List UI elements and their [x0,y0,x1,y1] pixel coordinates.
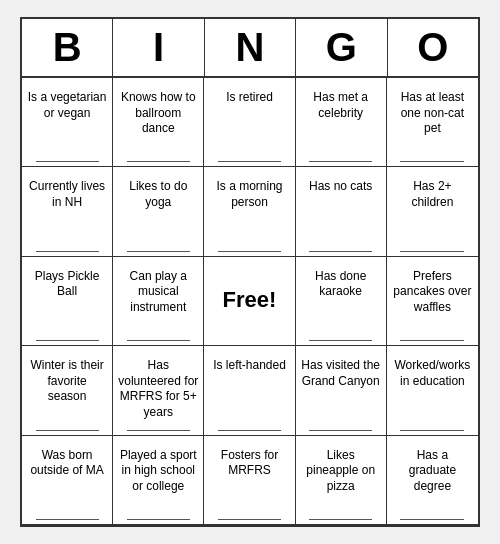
cell-text-9: Has 2+ children [392,179,473,210]
bingo-cell-12[interactable]: Free! [204,257,295,346]
cell-text-21: Played a sport in high school or college [118,448,198,495]
bingo-letter-o: O [388,19,478,78]
cell-text-18: Has visited the Grand Canyon [301,358,381,389]
cell-text-16: Has volunteered for MRFRS for 5+ years [118,358,198,420]
bingo-cell-9[interactable]: Has 2+ children [387,167,478,256]
bingo-letter-g: G [296,19,387,78]
cell-text-14: Prefers pancakes over waffles [392,269,473,316]
bingo-letter-n: N [205,19,296,78]
bingo-letter-b: B [22,19,113,78]
bingo-cell-19[interactable]: Worked/works in education [387,346,478,435]
cell-text-11: Can play a musical instrument [118,269,198,316]
cell-text-7: Is a morning person [209,179,289,210]
bingo-cell-23[interactable]: Likes pineapple on pizza [296,436,387,525]
cell-text-3: Has met a celebrity [301,90,381,121]
bingo-cell-2[interactable]: Is retired [204,78,295,167]
cell-text-23: Likes pineapple on pizza [301,448,381,495]
cell-text-8: Has no cats [309,179,372,195]
bingo-cell-15[interactable]: Winter is their favorite season [22,346,113,435]
bingo-cell-5[interactable]: Currently lives in NH [22,167,113,256]
cell-text-6: Likes to do yoga [118,179,198,210]
bingo-cell-20[interactable]: Was born outside of MA [22,436,113,525]
bingo-cell-16[interactable]: Has volunteered for MRFRS for 5+ years [113,346,204,435]
cell-text-15: Winter is their favorite season [27,358,107,405]
cell-text-24: Has a graduate degree [392,448,473,495]
cell-text-4: Has at least one non-cat pet [392,90,473,137]
cell-text-17: Is left-handed [213,358,286,374]
cell-text-10: Plays Pickle Ball [27,269,107,300]
bingo-cell-4[interactable]: Has at least one non-cat pet [387,78,478,167]
bingo-cell-21[interactable]: Played a sport in high school or college [113,436,204,525]
bingo-cell-17[interactable]: Is left-handed [204,346,295,435]
cell-text-5: Currently lives in NH [27,179,107,210]
bingo-cell-11[interactable]: Can play a musical instrument [113,257,204,346]
bingo-cell-7[interactable]: Is a morning person [204,167,295,256]
bingo-cell-13[interactable]: Has done karaoke [296,257,387,346]
bingo-cell-6[interactable]: Likes to do yoga [113,167,204,256]
bingo-cell-14[interactable]: Prefers pancakes over waffles [387,257,478,346]
bingo-letter-i: I [113,19,204,78]
cell-text-12: Free! [223,286,277,315]
bingo-grid: Is a vegetarian or veganKnows how to bal… [22,78,478,525]
bingo-card: BINGO Is a vegetarian or veganKnows how … [20,17,480,527]
bingo-cell-22[interactable]: Fosters for MRFRS [204,436,295,525]
cell-text-19: Worked/works in education [392,358,473,389]
cell-text-1: Knows how to ballroom dance [118,90,198,137]
cell-text-13: Has done karaoke [301,269,381,300]
bingo-cell-18[interactable]: Has visited the Grand Canyon [296,346,387,435]
bingo-cell-10[interactable]: Plays Pickle Ball [22,257,113,346]
bingo-cell-1[interactable]: Knows how to ballroom dance [113,78,204,167]
bingo-header: BINGO [22,19,478,78]
bingo-cell-0[interactable]: Is a vegetarian or vegan [22,78,113,167]
bingo-cell-8[interactable]: Has no cats [296,167,387,256]
bingo-cell-24[interactable]: Has a graduate degree [387,436,478,525]
cell-text-20: Was born outside of MA [27,448,107,479]
cell-text-2: Is retired [226,90,273,106]
cell-text-22: Fosters for MRFRS [209,448,289,479]
bingo-cell-3[interactable]: Has met a celebrity [296,78,387,167]
cell-text-0: Is a vegetarian or vegan [27,90,107,121]
